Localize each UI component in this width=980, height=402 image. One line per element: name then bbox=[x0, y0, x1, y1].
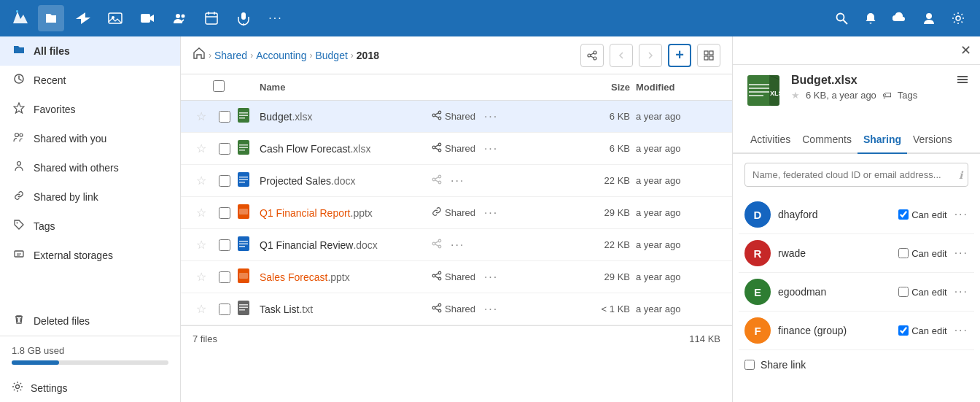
favorite-star-4[interactable]: ☆ bbox=[196, 238, 206, 252]
tab-versions[interactable]: Versions bbox=[907, 126, 958, 154]
apps-cloud-icon[interactable] bbox=[887, 5, 913, 31]
settings-icon[interactable] bbox=[945, 5, 971, 31]
user-menu-egoodman[interactable]: ··· bbox=[954, 285, 968, 298]
sidebar-item-favorites[interactable]: Favorites bbox=[0, 95, 180, 124]
search-icon[interactable] bbox=[828, 5, 855, 31]
breadcrumb-accounting[interactable]: Accounting bbox=[256, 50, 306, 61]
tab-sharing[interactable]: Sharing bbox=[858, 126, 907, 154]
all-files-icon bbox=[12, 44, 26, 58]
sidebar-item-tags[interactable]: Tags bbox=[0, 212, 180, 241]
table-row[interactable]: ☆ Q1 Financial Report.pptx Shared ··· 29… bbox=[181, 197, 732, 229]
nav-contacts-icon[interactable] bbox=[166, 5, 192, 31]
panel-star-icon[interactable]: ★ bbox=[791, 90, 800, 101]
sidebar-item-deleted-files[interactable]: Deleted files bbox=[0, 306, 180, 336]
file-list: Name Size Modified ☆ Budget.xlsx Shared … bbox=[181, 74, 732, 402]
breadcrumb-2018[interactable]: 2018 bbox=[357, 50, 379, 61]
sidebar-item-settings[interactable]: Settings bbox=[0, 374, 180, 402]
nav-photos-icon[interactable] bbox=[102, 5, 128, 31]
sidebar-item-all-files[interactable]: All files bbox=[0, 36, 180, 66]
sidebar-item-shared-with-others[interactable]: Shared with others bbox=[0, 153, 180, 182]
nav-more-icon[interactable]: ··· bbox=[262, 5, 289, 31]
col-checkbox bbox=[213, 80, 236, 94]
row-more-actions-5[interactable]: ··· bbox=[484, 271, 498, 284]
share-input[interactable] bbox=[744, 163, 968, 187]
favorite-star-0[interactable]: ☆ bbox=[196, 109, 206, 123]
file-size-6: < 1 KB bbox=[548, 304, 636, 314]
panel-close-button[interactable]: ✕ bbox=[960, 42, 971, 58]
sidebar-item-shared-with-you[interactable]: Shared with you bbox=[0, 124, 180, 153]
grid-view-button[interactable] bbox=[697, 44, 720, 67]
row-more-actions-6[interactable]: ··· bbox=[484, 303, 498, 316]
tab-comments[interactable]: Comments bbox=[796, 126, 858, 154]
nav-next-button[interactable] bbox=[639, 44, 662, 67]
panel-actions-icon[interactable] bbox=[957, 74, 968, 88]
panel-file-info: XLS Budget.xlsx ★ 6 KB, a year ago 🏷 Tag… bbox=[733, 65, 980, 126]
svg-line-72 bbox=[435, 244, 438, 246]
favorite-star-6[interactable]: ☆ bbox=[196, 302, 206, 316]
share-nav-button[interactable] bbox=[580, 44, 604, 67]
row-checkbox-6[interactable] bbox=[219, 304, 230, 315]
nav-audio-icon[interactable] bbox=[230, 5, 257, 31]
star-cell-5: ☆ bbox=[190, 270, 213, 284]
breadcrumb-shared[interactable]: Shared bbox=[214, 50, 247, 61]
user-perm-rwade: Can edit bbox=[898, 248, 946, 259]
can-edit-checkbox-rwade[interactable] bbox=[898, 248, 909, 258]
breadcrumb: › Shared › Accounting › Budget › 2018 bbox=[192, 47, 575, 63]
svg-point-14 bbox=[837, 14, 844, 21]
table-row[interactable]: ☆ Budget.xlsx Shared ··· 6 KB a year ago bbox=[181, 101, 732, 133]
table-row[interactable]: ☆ Projected Sales.docx ··· 22 KB a year … bbox=[181, 165, 732, 197]
user-avatar-icon[interactable] bbox=[916, 5, 942, 31]
row-checkbox-4[interactable] bbox=[219, 239, 230, 251]
col-size[interactable]: Size bbox=[548, 82, 636, 93]
sidebar-item-shared-by-link[interactable]: Shared by link bbox=[0, 182, 180, 212]
shared-label-0: Shared bbox=[445, 111, 475, 122]
svg-line-30 bbox=[591, 56, 594, 58]
row-more-actions-0[interactable]: ··· bbox=[484, 110, 498, 123]
row-checkbox-0[interactable] bbox=[219, 111, 230, 123]
row-more-actions-2[interactable]: ··· bbox=[451, 174, 464, 188]
total-size: 114 KB bbox=[689, 333, 720, 344]
can-edit-checkbox-finance-group[interactable] bbox=[898, 325, 909, 336]
table-row[interactable]: ☆ Cash Flow Forecast.xlsx Shared ··· 6 K… bbox=[181, 133, 732, 165]
file-icon-5 bbox=[236, 267, 260, 287]
select-all-checkbox[interactable] bbox=[213, 80, 225, 92]
can-edit-checkbox-egoodman[interactable] bbox=[898, 287, 909, 297]
row-more-actions-1[interactable]: ··· bbox=[484, 142, 498, 155]
nav-files-icon[interactable] bbox=[38, 5, 64, 31]
favorite-star-1[interactable]: ☆ bbox=[196, 142, 206, 155]
sidebar-item-external-storages[interactable]: External storages bbox=[0, 241, 180, 270]
share-link-checkbox[interactable] bbox=[744, 360, 755, 370]
col-name[interactable]: Name bbox=[260, 82, 432, 93]
nav-video-icon[interactable] bbox=[134, 5, 160, 31]
notifications-icon[interactable] bbox=[858, 5, 884, 31]
tab-activities[interactable]: Activities bbox=[744, 126, 796, 154]
row-checkbox-3[interactable] bbox=[219, 207, 230, 219]
table-row[interactable]: ☆ Q1 Financial Review.docx ··· 22 KB a y… bbox=[181, 229, 732, 261]
user-menu-dhayford[interactable]: ··· bbox=[954, 208, 968, 221]
col-modified[interactable]: Modified bbox=[636, 82, 723, 93]
favorite-star-3[interactable]: ☆ bbox=[196, 206, 206, 220]
user-menu-finance-group[interactable]: ··· bbox=[954, 324, 968, 337]
breadcrumb-home-icon[interactable] bbox=[192, 47, 206, 63]
avatar-rwade: R bbox=[744, 240, 771, 266]
table-row[interactable]: ☆ Task List.txt Shared ··· < 1 KB a year… bbox=[181, 293, 732, 325]
row-checkbox-1[interactable] bbox=[219, 143, 230, 155]
add-new-button[interactable]: + bbox=[668, 44, 691, 67]
nav-prev-button[interactable] bbox=[610, 44, 633, 67]
user-menu-rwade[interactable]: ··· bbox=[954, 247, 968, 260]
file-shared-0: Shared ··· bbox=[432, 110, 548, 123]
breadcrumb-budget[interactable]: Budget bbox=[315, 50, 347, 61]
can-edit-checkbox-dhayford[interactable] bbox=[898, 209, 909, 220]
favorite-star-5[interactable]: ☆ bbox=[196, 270, 206, 284]
table-row[interactable]: ☆ Sales Forecast.pptx Shared ··· 29 KB a… bbox=[181, 261, 732, 293]
nav-activity-icon[interactable] bbox=[70, 5, 96, 31]
row-more-actions-4[interactable]: ··· bbox=[451, 239, 464, 252]
row-checkbox-2[interactable] bbox=[219, 175, 230, 187]
row-checkbox-5[interactable] bbox=[219, 271, 230, 283]
sidebar-item-recent[interactable]: Recent bbox=[0, 66, 180, 95]
storage-bar bbox=[12, 360, 168, 365]
row-more-actions-3[interactable]: ··· bbox=[484, 206, 498, 220]
file-icon-4 bbox=[236, 235, 260, 255]
nav-calendar-icon[interactable] bbox=[198, 5, 225, 31]
favorite-star-2[interactable]: ☆ bbox=[196, 174, 206, 188]
